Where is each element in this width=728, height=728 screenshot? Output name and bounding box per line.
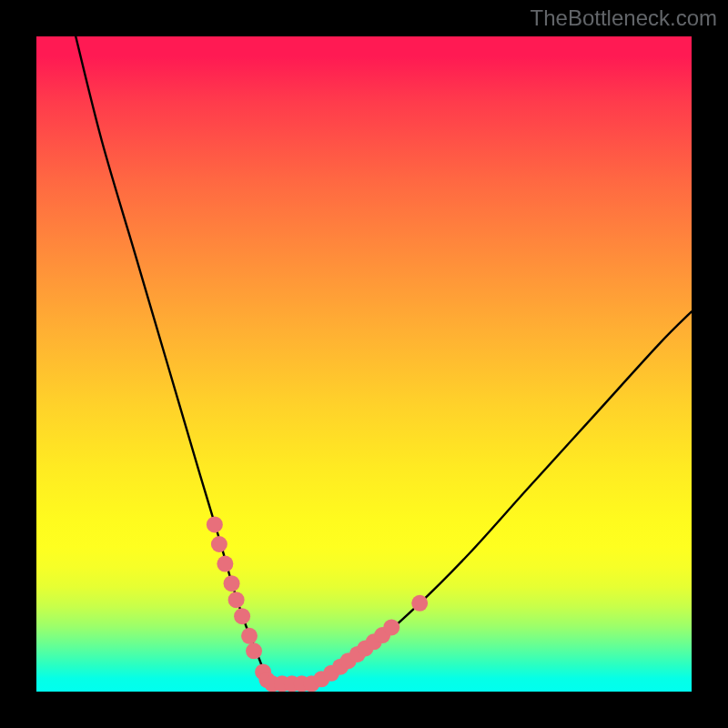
bottleneck-curve bbox=[76, 36, 692, 684]
marker-dot bbox=[228, 592, 245, 608]
marker-dot bbox=[207, 516, 223, 532]
marker-dot bbox=[217, 556, 233, 572]
marker-dot bbox=[211, 536, 228, 552]
chart-svg bbox=[36, 36, 692, 692]
marker-dot bbox=[411, 595, 428, 612]
watermark-text: TheBottleneck.com bbox=[531, 5, 717, 31]
marker-dot bbox=[246, 642, 262, 659]
marker-dot bbox=[241, 628, 258, 644]
scatter-dots bbox=[207, 516, 428, 692]
marker-dot bbox=[383, 619, 399, 635]
marker-dot bbox=[234, 608, 250, 624]
plot-area bbox=[36, 36, 692, 692]
marker-dot bbox=[224, 575, 240, 592]
